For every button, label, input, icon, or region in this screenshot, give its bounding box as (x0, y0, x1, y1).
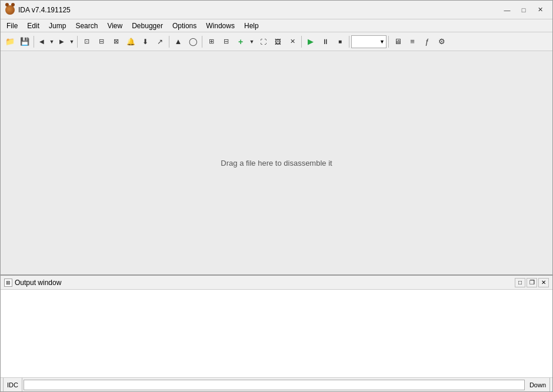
save-icon (20, 37, 29, 46)
arrow-down-button[interactable]: ⬇ (138, 35, 152, 49)
plus-icon: + (238, 37, 243, 46)
copy3-icon: ⊠ (114, 38, 119, 45)
debugger-selector[interactable]: ▼ (351, 35, 387, 48)
output-panel: ⊞ Output window □ ❐ ✕ (1, 274, 552, 377)
menu-debugger[interactable]: Debugger (127, 19, 168, 32)
pause-button[interactable]: ⏸ (318, 35, 332, 49)
list-button[interactable]: ≡ (405, 35, 419, 49)
drop-hint-text: Drag a file here to disassemble it (221, 159, 332, 167)
menu-file[interactable]: File (2, 19, 22, 32)
list-icon: ≡ (410, 37, 415, 46)
output-controls: □ ❐ ✕ (515, 278, 549, 287)
struct1-icon: ⊞ (209, 38, 214, 45)
maximize-button[interactable]: □ (516, 4, 531, 16)
output-header: ⊞ Output window □ ❐ ✕ (1, 276, 552, 290)
window-controls: — □ ✕ (499, 4, 548, 16)
idc-label[interactable]: IDC (3, 378, 22, 391)
toolbar-separator-5 (301, 36, 302, 48)
output-content[interactable] (1, 290, 552, 377)
menu-bar: File Edit Jump Search View Debugger Opti… (1, 19, 552, 32)
close-tool-icon: ✕ (290, 38, 295, 45)
copy2-icon: ⊟ (99, 38, 104, 45)
forward-icon: ▶ (59, 38, 64, 45)
pause-icon: ⏸ (322, 38, 329, 46)
screen-button[interactable]: 🖥 (391, 35, 405, 49)
open-button[interactable] (3, 35, 17, 49)
toolbar-separator-7 (388, 36, 389, 48)
copy-button-1[interactable]: ⊡ (79, 35, 94, 49)
app-icon (5, 5, 15, 15)
forward-dropdown-button[interactable]: ▼ (68, 35, 75, 49)
stop-icon: ■ (338, 38, 342, 45)
close-tool-button[interactable]: ✕ (285, 35, 299, 49)
save-button[interactable] (18, 35, 32, 49)
back-dropdown-icon: ▼ (49, 39, 55, 45)
circle-icon: ◯ (189, 37, 198, 46)
copy1-icon: ⊡ (84, 38, 89, 45)
status-bar: IDC Down (1, 377, 552, 391)
add-button[interactable]: + (234, 35, 248, 49)
main-workspace[interactable]: Drag a file here to disassemble it (1, 51, 552, 274)
add-dropdown-icon: ▼ (249, 39, 255, 45)
minimize-button[interactable]: — (499, 4, 515, 16)
forward-button[interactable]: ▶ (56, 35, 68, 49)
status-input[interactable] (24, 380, 525, 390)
add-dropdown-button[interactable]: ▼ (248, 35, 255, 49)
menu-windows[interactable]: Windows (201, 19, 239, 32)
copy-button-3[interactable]: ⊠ (109, 35, 123, 49)
arrow-down-icon: ⬇ (142, 38, 148, 46)
output-minimize-button[interactable]: □ (515, 278, 525, 287)
bell-icon (126, 37, 135, 46)
window-title: IDA v7.4.191125 (18, 6, 499, 14)
title-bar: IDA v7.4.191125 — □ ✕ (1, 1, 552, 19)
stop-button[interactable]: ■ (333, 35, 347, 49)
output-close-button[interactable]: ✕ (538, 278, 549, 287)
output-restore-button[interactable]: ❐ (527, 278, 537, 287)
toolbar-separator-6 (349, 36, 349, 48)
toolbar: ◀ ▼ ▶ ▼ ⊡ ⊟ ⊠ ⬇ ↗ ▲ ◯ ⊞ ⊟ + ▼ ⛶ 🖼 ✕ ▶ ⏸ … (1, 32, 552, 51)
play-button[interactable]: ▶ (304, 35, 318, 49)
triangle-icon: ▲ (175, 37, 182, 46)
menu-jump[interactable]: Jump (44, 19, 71, 32)
graph-button[interactable]: ⛶ (256, 35, 270, 49)
screen-icon: 🖥 (394, 37, 402, 46)
back-icon: ◀ (39, 38, 44, 45)
menu-options[interactable]: Options (168, 19, 201, 32)
struct2-icon: ⊟ (224, 38, 229, 45)
forward-dropdown-icon: ▼ (69, 39, 75, 45)
settings-button[interactable]: ⚙ (435, 35, 449, 49)
menu-view[interactable]: View (102, 19, 127, 32)
folder-icon (5, 37, 15, 46)
down-label: Down (526, 378, 550, 391)
export-image-button[interactable]: 🖼 (271, 35, 285, 49)
functions-icon: ƒ (425, 37, 429, 46)
play-icon: ▶ (308, 37, 314, 46)
toolbar-separator-2 (77, 36, 78, 48)
back-dropdown-button[interactable]: ▼ (48, 35, 55, 49)
menu-edit[interactable]: Edit (22, 19, 44, 32)
toolbar-separator-1 (34, 36, 34, 48)
back-button[interactable]: ◀ (36, 35, 48, 49)
output-title: Output window (15, 279, 515, 287)
menu-search[interactable]: Search (71, 19, 102, 32)
bell-button[interactable] (124, 35, 138, 49)
functions-button[interactable]: ƒ (420, 35, 434, 49)
debugger-selector-arrow-icon: ▼ (379, 39, 385, 45)
copy-button-2[interactable]: ⊟ (94, 35, 108, 49)
close-button[interactable]: ✕ (532, 4, 548, 16)
cursor-button[interactable]: ↗ (153, 35, 167, 49)
output-window-icon: ⊞ (4, 279, 12, 287)
graph-icon: ⛶ (260, 38, 266, 45)
circle-button[interactable]: ◯ (186, 35, 200, 49)
gear-icon: ⚙ (438, 37, 445, 46)
struct-button-2[interactable]: ⊟ (219, 35, 233, 49)
export-img-icon: 🖼 (275, 38, 281, 45)
struct-button-1[interactable]: ⊞ (204, 35, 218, 49)
triangle-button[interactable]: ▲ (171, 35, 185, 49)
toolbar-separator-3 (169, 36, 169, 48)
cursor-icon: ↗ (157, 38, 163, 46)
menu-help[interactable]: Help (239, 19, 264, 32)
toolbar-separator-4 (202, 36, 202, 48)
